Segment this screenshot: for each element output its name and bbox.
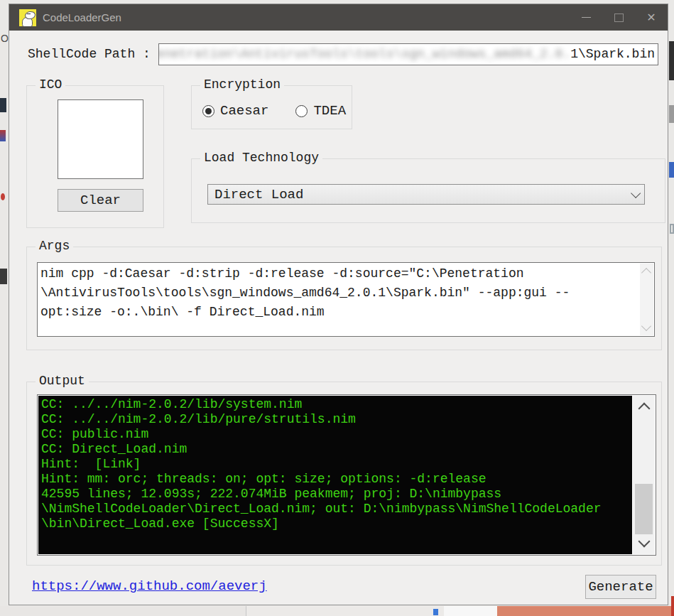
background-icon-fragment	[669, 41, 674, 80]
window-controls: ✕	[570, 4, 668, 31]
args-scrollbar[interactable]	[640, 264, 653, 335]
clear-button[interactable]: Clear	[58, 189, 143, 212]
ico-group: ICO Clear	[26, 85, 164, 228]
scroll-down-icon[interactable]	[641, 321, 651, 331]
radio-tdea[interactable]: TDEA	[295, 103, 346, 119]
output-console: CC: ../../nim-2.0.2/lib/system.nim CC: .…	[38, 396, 632, 554]
output-group: Output CC: ../../nim-2.0.2/lib/system.ni…	[26, 382, 662, 566]
encryption-group-label: Encryption	[200, 77, 284, 92]
encryption-group: Encryption Caesar TDEA	[191, 85, 352, 129]
args-text: nim cpp -d:Caesar -d:strip -d:release -d…	[40, 264, 637, 335]
output-box: CC: ../../nim-2.0.2/lib/system.nim CC: .…	[37, 394, 656, 556]
background-strip-segment	[246, 606, 445, 616]
ico-group-label: ICO	[36, 77, 65, 92]
app-icon	[19, 9, 36, 26]
load-technology-dropdown[interactable]: Direct Load	[207, 184, 645, 205]
output-scrollbar[interactable]	[633, 396, 655, 554]
scroll-down-icon[interactable]	[638, 536, 651, 548]
output-console-text: CC: ../../nim-2.0.2/lib/system.nim CC: .…	[41, 397, 602, 531]
args-textarea[interactable]: nim cpp -d:Caesar -d:strip -d:release -d…	[37, 262, 655, 337]
background-icon-fragment	[0, 269, 7, 284]
shellcode-path-label: ShellCode Path :	[28, 47, 151, 61]
shellcode-path-redacted: C:\Penetration\AntivirusTools\tools\sgn_…	[158, 47, 570, 61]
load-technology-group: Load Technology Direct Load	[191, 158, 665, 223]
scroll-up-icon[interactable]	[641, 268, 651, 278]
ico-preview-box[interactable]	[58, 99, 143, 179]
background-icon-fragment	[0, 130, 6, 141]
background-icon-fragment	[433, 609, 438, 615]
chevron-down-icon	[631, 188, 641, 198]
background-icon-fragment	[1, 193, 5, 200]
maximize-button[interactable]	[602, 4, 635, 31]
minimize-button[interactable]	[570, 4, 602, 31]
background-icon-fragment	[670, 224, 674, 234]
background-red-edge	[671, 596, 674, 616]
output-group-label: Output	[36, 374, 89, 388]
radio-selected-icon	[202, 105, 214, 117]
app-window: CodeLoaderGen ✕ ShellCode Path : C:\Pene…	[9, 4, 668, 605]
scroll-up-icon[interactable]	[638, 403, 651, 415]
background-strip-segment	[444, 606, 497, 616]
radio-caesar-label: Caesar	[220, 103, 268, 119]
args-group: Args nim cpp -d:Caesar -d:strip -d:relea…	[26, 247, 662, 350]
background-desktop-text: O	[1, 33, 9, 44]
radio-unselected-icon	[295, 105, 308, 117]
load-technology-selected: Direct Load	[214, 187, 303, 202]
titlebar: CodeLoaderGen ✕	[9, 4, 668, 31]
github-link[interactable]: https://www.github.com/aeverj	[32, 578, 267, 594]
load-technology-group-label: Load Technology	[200, 151, 322, 165]
background-taskbar-strip	[0, 606, 674, 616]
shellcode-path-input[interactable]: C:\Penetration\AntivirusTools\tools\sgn_…	[158, 43, 658, 65]
close-icon: ✕	[646, 12, 656, 23]
background-icon-fragment	[669, 105, 674, 123]
shellcode-path-visible: 1\Spark.bin	[570, 47, 655, 61]
close-button[interactable]: ✕	[635, 4, 668, 31]
generate-button[interactable]: Generate	[585, 575, 656, 599]
args-group-label: Args	[36, 239, 73, 253]
background-strip-salmon	[497, 606, 674, 616]
scrollbar-thumb[interactable]	[635, 484, 653, 534]
background-icon-fragment	[669, 162, 674, 178]
background-icon-fragment	[0, 98, 6, 112]
window-title: CodeLoaderGen	[43, 11, 121, 23]
radio-tdea-label: TDEA	[313, 103, 346, 119]
maximize-icon	[614, 13, 624, 22]
radio-caesar[interactable]: Caesar	[202, 103, 268, 119]
minimize-icon	[582, 17, 591, 18]
